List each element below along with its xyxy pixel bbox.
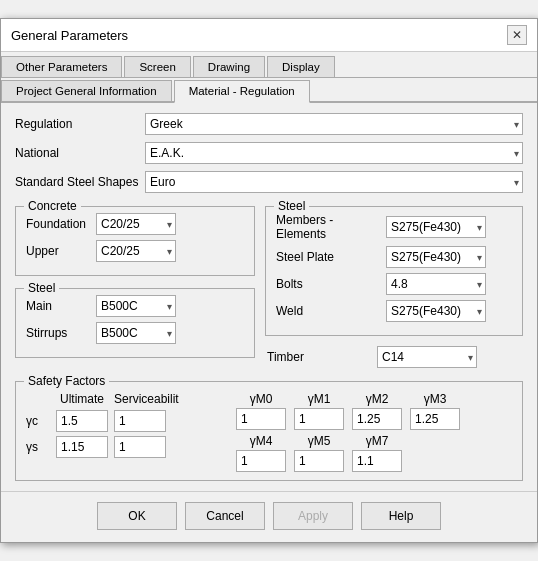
timber-row: Timber C14 ▾ [265,346,523,368]
foundation-select-wrapper: C20/25 ▾ [96,213,176,235]
national-select[interactable]: E.A.K. [145,142,523,164]
general-parameters-dialog: General Parameters ✕ Other Parameters Sc… [0,18,538,543]
gamma-m4-header: γM4 [250,434,273,448]
close-button[interactable]: ✕ [507,25,527,45]
ys-ultimate-input[interactable] [56,436,108,458]
ys-row: γs [26,436,226,458]
main-row: Main B500C ▾ [26,295,244,317]
steel-left-group-label: Steel [24,281,59,295]
stirrups-select-wrapper: B500C ▾ [96,322,176,344]
gamma-m3-cell: γM3 [410,392,460,430]
cancel-button[interactable]: Cancel [185,502,265,530]
tab-screen[interactable]: Screen [124,56,190,77]
yc-serviceability-input[interactable] [114,410,166,432]
main-select[interactable]: B500C [96,295,176,317]
stirrups-select[interactable]: B500C [96,322,176,344]
members-select-wrapper: S275(Fe430) ▾ [386,216,486,238]
gamma-m0-header: γM0 [250,392,273,406]
gamma-m2-input[interactable] [352,408,402,430]
gamma-m5-cell: γM5 [294,434,344,472]
gamma-row2: γM4 γM5 γM7 [236,434,512,472]
content-area: Regulation Greek ▾ National E.A.K. ▾ Sta… [1,103,537,491]
steel-left-group: Steel Main B500C ▾ Stirrups [15,288,255,358]
plate-row: Steel Plate S275(Fe430) ▾ [276,246,512,268]
serviceability-col-header: Serviceabilit [114,392,166,406]
upper-select-wrapper: C20/25 ▾ [96,240,176,262]
regulation-label: Regulation [15,117,145,131]
upper-select[interactable]: C20/25 [96,240,176,262]
apply-button[interactable]: Apply [273,502,353,530]
gamma-m2-header: γM2 [366,392,389,406]
gamma-m0-input[interactable] [236,408,286,430]
gamma-row1: γM0 γM1 γM2 γM3 [236,392,512,430]
safety-left-headers: Ultimate Serviceabilit [56,392,226,406]
gamma-m4-cell: γM4 [236,434,286,472]
bolts-row: Bolts 4.8 ▾ [276,273,512,295]
standard-steel-select[interactable]: Euro [145,171,523,193]
members-label: Members - Elements [276,213,386,241]
national-row: National E.A.K. ▾ [15,142,523,164]
plate-select[interactable]: S275(Fe430) [386,246,486,268]
bolts-select[interactable]: 4.8 [386,273,486,295]
gamma-m1-header: γM1 [308,392,331,406]
national-label: National [15,146,145,160]
title-bar: General Parameters ✕ [1,19,537,52]
two-col-area: Concrete Foundation C20/25 ▾ Upper [15,200,523,373]
tab-row-2: Project General Information Material - R… [1,78,537,103]
upper-row: Upper C20/25 ▾ [26,240,244,262]
regulation-select-wrapper: Greek ▾ [145,113,523,135]
foundation-select[interactable]: C20/25 [96,213,176,235]
concrete-group-label: Concrete [24,199,81,213]
bolts-select-wrapper: 4.8 ▾ [386,273,486,295]
weld-row: Weld S275(Fe430) ▾ [276,300,512,322]
steel-right-group-label: Steel [274,199,309,213]
regulation-select[interactable]: Greek [145,113,523,135]
timber-label: Timber [267,350,377,364]
button-row: OK Cancel Apply Help [1,491,537,542]
gamma-m1-input[interactable] [294,408,344,430]
standard-steel-row: Standard Steel Shapes Euro ▾ [15,171,523,193]
gamma-m3-input[interactable] [410,408,460,430]
safety-left: Ultimate Serviceabilit γc γs [26,392,226,472]
tab-display[interactable]: Display [267,56,335,77]
standard-steel-label: Standard Steel Shapes [15,175,145,189]
gamma-m5-input[interactable] [294,450,344,472]
safety-factors-label: Safety Factors [24,374,109,388]
regulation-row: Regulation Greek ▾ [15,113,523,135]
gamma-m1-cell: γM1 [294,392,344,430]
gamma-m2-cell: γM2 [352,392,402,430]
help-button[interactable]: Help [361,502,441,530]
tab-material-regulation[interactable]: Material - Regulation [174,80,310,103]
timber-select[interactable]: C14 [377,346,477,368]
main-label: Main [26,299,96,313]
gamma-m7-input[interactable] [352,450,402,472]
foundation-label: Foundation [26,217,96,231]
gamma-m3-header: γM3 [424,392,447,406]
tab-other-parameters[interactable]: Other Parameters [1,56,122,77]
tab-drawing[interactable]: Drawing [193,56,265,77]
weld-select[interactable]: S275(Fe430) [386,300,486,322]
ok-button[interactable]: OK [97,502,177,530]
upper-label: Upper [26,244,96,258]
yc-ultimate-input[interactable] [56,410,108,432]
gamma-m7-header: γM7 [366,434,389,448]
yc-label: γc [26,414,56,428]
dialog-title: General Parameters [11,28,128,43]
plate-select-wrapper: S275(Fe430) ▾ [386,246,486,268]
weld-label: Weld [276,304,386,318]
weld-select-wrapper: S275(Fe430) ▾ [386,300,486,322]
timber-select-wrapper: C14 ▾ [377,346,477,368]
plate-label: Steel Plate [276,250,386,264]
stirrups-label: Stirrups [26,326,96,340]
members-select[interactable]: S275(Fe430) [386,216,486,238]
safety-content: Ultimate Serviceabilit γc γs [26,392,512,472]
national-select-wrapper: E.A.K. ▾ [145,142,523,164]
steel-right-group: Steel Members - Elements S275(Fe430) ▾ S… [265,206,523,336]
tab-project-general-info[interactable]: Project General Information [1,80,172,101]
gamma-grid-container: γM0 γM1 γM2 γM3 [236,392,512,472]
ys-serviceability-input[interactable] [114,436,166,458]
gamma-m4-input[interactable] [236,450,286,472]
stirrups-row: Stirrups B500C ▾ [26,322,244,344]
bolts-label: Bolts [276,277,386,291]
left-col: Concrete Foundation C20/25 ▾ Upper [15,200,255,373]
